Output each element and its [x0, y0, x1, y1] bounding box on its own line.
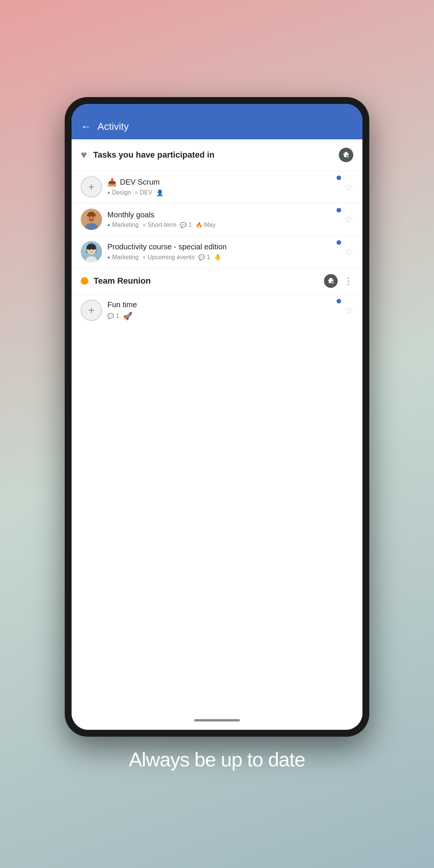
task-name: Monthly goals: [107, 211, 339, 219]
task-name: Productivity course - special edition: [107, 243, 339, 251]
tag-marketing: ● Marketing: [107, 254, 139, 261]
tag-person: 👤: [156, 189, 164, 196]
lines-icon: ≡: [143, 254, 146, 260]
lines-icon: ≡: [143, 222, 146, 228]
home-indicator-bar: [72, 711, 362, 730]
dot-icon: ●: [107, 190, 110, 195]
tag-upcoming: ≡ Upcoming events: [143, 254, 195, 261]
top-bar: ← Activity: [72, 116, 362, 139]
home-indicator: [194, 719, 240, 721]
dot-icon: ●: [107, 222, 110, 228]
page-title: Activity: [97, 121, 129, 132]
status-bar: [72, 104, 362, 116]
dot-icon: ●: [107, 255, 110, 260]
chat-icon: 💬: [107, 313, 114, 319]
task-info: 📥 DEV Scrum ● Design ≡ DEV: [107, 178, 339, 196]
task-name: Fun time: [107, 300, 339, 309]
task-tags: ● Marketing ≡ Upcoming events 💬 1: [107, 254, 339, 261]
tag-chat: 💬 1: [198, 254, 210, 261]
task-item-fun-time[interactable]: + Fun time 💬 1 🚀: [72, 294, 362, 326]
task-name: 📥 DEV Scrum: [107, 178, 339, 187]
empty-space: [72, 326, 362, 711]
more-options-button[interactable]: ⋮: [344, 276, 353, 286]
avatar-add: +: [81, 176, 102, 198]
tag-short-term: ≡ Short-term: [143, 222, 177, 228]
tag-marketing: ● Marketing: [107, 222, 139, 228]
tag-chat: 💬 1: [107, 313, 119, 319]
unread-dot: [337, 299, 341, 303]
svg-point-9: [86, 256, 97, 262]
task-info: Productivity course - special edition ● …: [107, 243, 339, 261]
task-item-dev-scrum[interactable]: + 📥 DEV Scrum ● Design ≡: [72, 171, 362, 203]
avatar-bearded: [81, 209, 102, 230]
task-info: Monthly goals ● Marketing ≡ Short-term: [107, 211, 339, 228]
tag-fire: 🔥 May: [196, 222, 215, 228]
heart-icon: ♥: [81, 149, 87, 161]
tag-chat: 💬 1: [180, 222, 192, 228]
task-item-monthly-goals[interactable]: Monthly goals ● Marketing ≡ Short-term: [72, 203, 362, 235]
rocket-icon: 🚀: [123, 311, 132, 321]
avatar-anime: [81, 241, 102, 262]
task-tags: 💬 1 🚀: [107, 311, 339, 321]
tag-rocket: 🚀: [123, 311, 132, 321]
tag-hand: 🤚: [214, 254, 222, 261]
group-actions: ⋮: [324, 274, 353, 288]
phone-screen: ← Activity ♥ Tasks you have participated…: [72, 104, 362, 730]
section-header: ♥ Tasks you have participated in: [72, 139, 362, 171]
task-tags: ● Marketing ≡ Short-term 💬 1: [107, 222, 339, 228]
task-emoji: 📥: [107, 178, 117, 187]
tag-design: ● Design: [107, 189, 131, 196]
phone-frame: ← Activity ♥ Tasks you have participated…: [65, 97, 369, 737]
fire-icon: 🔥: [196, 222, 202, 228]
unread-dot: [337, 208, 341, 212]
unread-dot: [337, 176, 341, 180]
unread-dot: [337, 240, 341, 245]
task-item-productivity[interactable]: Productivity course - special edition ● …: [72, 235, 362, 268]
star-button[interactable]: ☆: [345, 181, 353, 193]
group-dot: [81, 277, 88, 285]
star-button[interactable]: ☆: [345, 246, 353, 258]
lines-icon: ≡: [135, 190, 138, 196]
group-name: Team Reunion: [94, 276, 319, 286]
task-tags: ● Design ≡ DEV 👤: [107, 189, 339, 196]
chat-icon: 💬: [180, 222, 187, 228]
tag-dev: ≡ DEV: [135, 189, 152, 196]
section-title: Tasks you have participated in: [93, 150, 333, 160]
svg-point-3: [89, 217, 90, 218]
notifications-button[interactable]: [339, 148, 353, 162]
star-button[interactable]: ☆: [345, 214, 353, 225]
content-area: ♥ Tasks you have participated in +: [72, 139, 362, 730]
group-notifications-button[interactable]: [324, 274, 338, 288]
back-button[interactable]: ←: [81, 121, 91, 132]
bottom-caption: Always be up to date: [129, 748, 305, 771]
group-header-team-reunion: Team Reunion ⋮: [72, 268, 362, 294]
svg-point-4: [93, 217, 94, 218]
avatar-add: +: [81, 300, 102, 321]
chat-icon: 💬: [198, 254, 205, 260]
task-info: Fun time 💬 1 🚀: [107, 300, 339, 321]
svg-point-8: [93, 249, 94, 251]
svg-point-7: [89, 249, 90, 251]
svg-point-5: [85, 223, 97, 230]
person-icon: 👤: [156, 189, 164, 196]
star-button[interactable]: ☆: [345, 305, 353, 316]
